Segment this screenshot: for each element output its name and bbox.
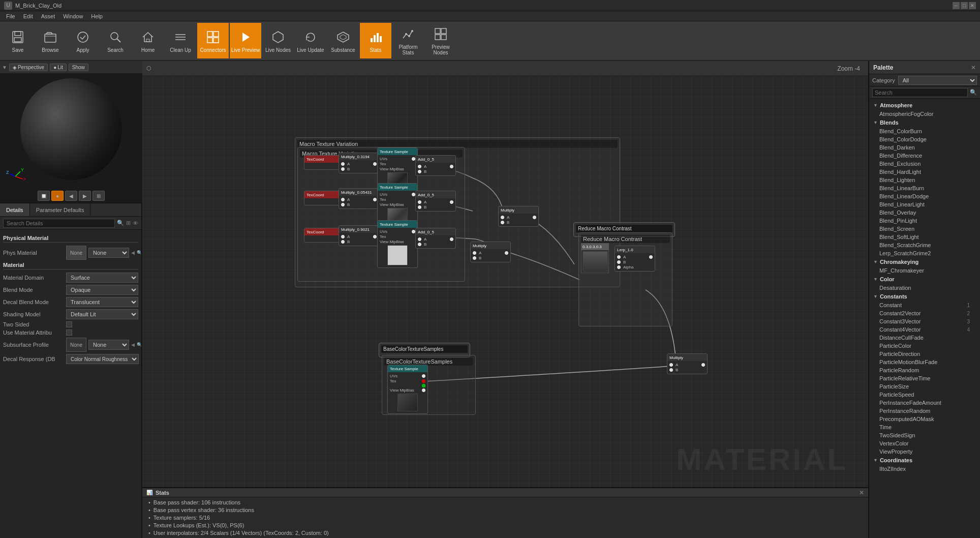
palette-item-blend-lighten[interactable]: Blend_Lighten	[869, 176, 980, 184]
palette-item-blend-darken[interactable]: Blend_Darken	[869, 143, 980, 152]
save-button[interactable]: Save	[2, 23, 34, 58]
cleanup-button[interactable]: Clean Up	[165, 23, 196, 58]
palette-item-blend-colorburn[interactable]: Blend_ColorBurn	[869, 127, 980, 135]
palette-item-constant3vec[interactable]: Constant3Vector 3	[869, 317, 980, 325]
vp-btn-1[interactable]: 🔲	[38, 191, 50, 201]
palette-item-precomputedaomask[interactable]: PrecomputedAOMask	[869, 415, 980, 423]
palette-item-blend-scratchgrime[interactable]: Blend_ScratchGrime	[869, 241, 980, 249]
phys-material-dropdown[interactable]: None	[88, 248, 129, 258]
palette-item-lerp-scratchgrime2[interactable]: Lerp_ScratchGrime2	[869, 249, 980, 257]
tab-parameter-defaults[interactable]: Parameter Defaults	[30, 203, 91, 216]
palette-item-iitozi[interactable]: IItoZIIndex	[869, 465, 980, 473]
palette-cat-chromakeying[interactable]: ▼ Chromakeying	[869, 257, 980, 266]
palette-search-input[interactable]	[872, 88, 968, 97]
node-add-3[interactable]: Add_0_5 A B	[415, 228, 456, 249]
palette-item-desaturation[interactable]: Desaturation	[869, 284, 980, 292]
liveupdate-button[interactable]: Live Update	[295, 23, 326, 58]
palette-item-blend-pinlight[interactable]: Blend_PinLight	[869, 217, 980, 225]
node-multiply-3[interactable]: Multiply_0.9021 A B	[339, 225, 379, 246]
tab-details[interactable]: Details	[0, 203, 30, 216]
palette-item-blend-exclusion[interactable]: Blend_Exclusion	[869, 160, 980, 168]
palette-item-particlespeed[interactable]: ParticleSpeed	[869, 391, 980, 399]
connectors-button[interactable]: Connectors	[197, 23, 229, 58]
use-material-attrib-checkbox[interactable]	[66, 330, 72, 336]
palette-item-time[interactable]: Time	[869, 423, 980, 431]
node-multiply-center[interactable]: Multiply A B	[498, 206, 539, 227]
decal-response-dropdown[interactable]: Color Normal Roughness	[66, 354, 139, 364]
subsurface-dropdown[interactable]: None	[88, 340, 129, 350]
node-texsample-3[interactable]: Texture Sample UVs Tex View MipBias	[377, 220, 418, 268]
palette-item-constant4vec[interactable]: Constant4Vector 4	[869, 325, 980, 334]
palette-item-particlerandom[interactable]: ParticleRandom	[869, 366, 980, 374]
node-multiply-2[interactable]: Multiply_0.05431 A B	[339, 188, 379, 209]
palette-category-select[interactable]: All	[898, 76, 977, 85]
vp-btn-5[interactable]: ⊞	[93, 191, 105, 201]
palette-item-perinstancerandom[interactable]: PerInstanceRandom	[869, 407, 980, 415]
palette-cat-constants[interactable]: ▼ Constants	[869, 292, 980, 301]
palette-item-particlesize[interactable]: ParticleSize	[869, 382, 980, 391]
node-multiply-final[interactable]: Multiply A B	[667, 353, 708, 374]
palette-item-vertexcolor[interactable]: VertexColor	[869, 439, 980, 447]
vp-btn-4[interactable]: ▶	[79, 191, 91, 201]
platformstats-button[interactable]: Platform Stats	[392, 23, 424, 58]
livenodes-button[interactable]: Live Nodes	[262, 23, 294, 58]
palette-item-mf-chromakeyer[interactable]: MF_Chromakeyer	[869, 266, 980, 275]
color-constant-node[interactable]: 0.3,0.3,0.3	[581, 243, 609, 273]
palette-item-particledirection[interactable]: ParticleDirection	[869, 350, 980, 358]
phys-material-search[interactable]: 🔍	[137, 250, 141, 255]
node-multiply-lower[interactable]: Multiply A B	[470, 242, 511, 262]
menu-file[interactable]: File	[2, 12, 19, 20]
palette-item-blend-overlay[interactable]: Blend_Overlay	[869, 208, 980, 217]
apply-button[interactable]: Apply	[67, 23, 99, 58]
palette-close-button[interactable]: ✕	[971, 64, 976, 71]
palette-cat-coordinates[interactable]: ▼ Coordinates	[869, 456, 980, 465]
blend-mode-dropdown[interactable]: Opaque	[66, 285, 138, 295]
palette-item-atmosphericfogcolor[interactable]: AtmosphericFogColor	[869, 110, 980, 118]
node-canvas[interactable]: Macro Texture Variation Macro Texture Va…	[142, 76, 868, 487]
stats-button[interactable]: Stats	[360, 23, 391, 58]
node-lerp[interactable]: Lerp_1.0 A B Alpha	[615, 246, 655, 272]
vp-btn-3[interactable]: ◀	[65, 191, 77, 201]
close-button[interactable]: ✕	[969, 2, 976, 9]
palette-item-twosidedsign[interactable]: TwoSidedSign	[869, 431, 980, 439]
subsurface-back[interactable]: ◀	[131, 342, 135, 347]
palette-item-perinstancefadeamount[interactable]: PerInstanceFadeAmount	[869, 399, 980, 407]
menu-edit[interactable]: Edit	[19, 12, 37, 20]
palette-item-blend-difference[interactable]: Blend_Difference	[869, 152, 980, 160]
details-search-input[interactable]	[3, 219, 115, 228]
palette-cat-color[interactable]: ▼ Color	[869, 275, 980, 284]
phys-material-back[interactable]: ◀	[131, 250, 135, 255]
substance-button[interactable]: Substance	[327, 23, 359, 58]
palette-item-blend-screen[interactable]: Blend_Screen	[869, 225, 980, 233]
subsurface-search[interactable]: 🔍	[137, 342, 141, 347]
livepreview-button[interactable]: Live Preview	[230, 23, 261, 58]
phys-material-swatch[interactable]: None	[66, 246, 86, 260]
menu-help[interactable]: Help	[87, 12, 107, 20]
search-button[interactable]: Search	[100, 23, 131, 58]
lit-button[interactable]: ● Lit	[50, 64, 67, 71]
two-sided-checkbox[interactable]	[66, 321, 72, 327]
home-button[interactable]: Home	[132, 23, 164, 58]
perspective-button[interactable]: ◈ Perspective	[9, 64, 48, 71]
palette-item-particlemotionblurfade[interactable]: ParticleMotionBlurFade	[869, 358, 980, 366]
palette-item-constant2vec[interactable]: Constant2Vector 2	[869, 309, 980, 317]
palette-item-blend-linearburn[interactable]: Blend_LinearBurn	[869, 184, 980, 192]
node-add-1[interactable]: Add_0_5 A B	[415, 155, 456, 176]
subsurface-swatch[interactable]: None	[66, 338, 86, 352]
details-eye-icon[interactable]: 👁	[133, 220, 138, 226]
node-add-2[interactable]: Add_0_5 A B	[415, 191, 456, 212]
decal-blend-dropdown[interactable]: Translucent	[66, 297, 138, 307]
maximize-button[interactable]: □	[961, 2, 968, 9]
palette-item-blend-colordodge[interactable]: Blend_ColorDodge	[869, 135, 980, 143]
viewport-menu-toggle[interactable]: ▼	[2, 65, 7, 70]
material-domain-dropdown[interactable]: Surface	[66, 273, 138, 283]
details-grid-icon[interactable]: ⊞	[126, 220, 131, 226]
minimize-button[interactable]: ─	[953, 2, 960, 9]
palette-item-particlerelativetime[interactable]: ParticleRelativeTime	[869, 374, 980, 382]
palette-item-constant[interactable]: Constant 1	[869, 301, 980, 309]
shading-model-dropdown[interactable]: Default Lit	[66, 309, 138, 319]
show-button[interactable]: Show	[69, 64, 88, 71]
menu-asset[interactable]: Asset	[37, 12, 59, 20]
browse-button[interactable]: Browse	[35, 23, 66, 58]
palette-item-viewproperty[interactable]: ViewProperty	[869, 447, 980, 456]
